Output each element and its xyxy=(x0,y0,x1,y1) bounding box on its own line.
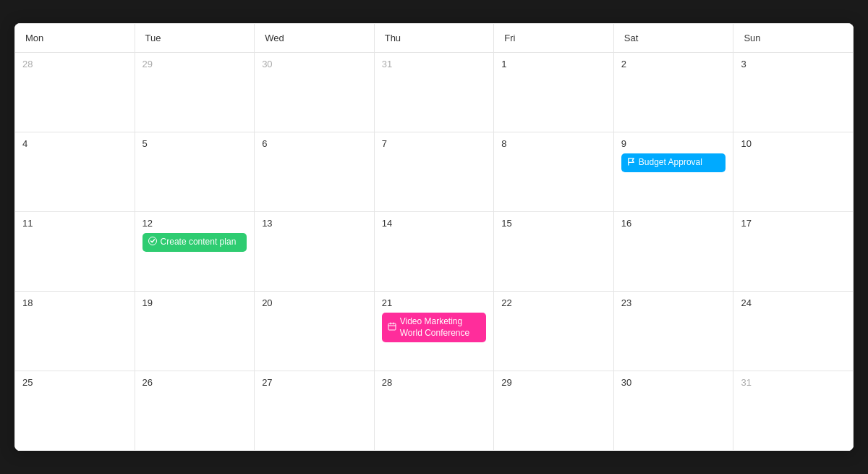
day-cell[interactable]: 24 xyxy=(733,292,854,371)
day-header-thu: Thu xyxy=(375,24,495,53)
day-number: 5 xyxy=(142,138,247,149)
day-number: 8 xyxy=(501,138,606,149)
day-number: 11 xyxy=(22,218,127,229)
day-cell[interactable]: 19 xyxy=(135,292,255,371)
day-cell[interactable]: 2 xyxy=(614,53,734,132)
event-label: Video Marketing World Conference xyxy=(400,316,481,339)
day-number: 13 xyxy=(262,218,367,229)
day-number: 21 xyxy=(382,297,487,308)
day-cell[interactable]: 1 xyxy=(494,53,614,132)
check-icon xyxy=(148,237,157,247)
day-number: 9 xyxy=(621,138,726,149)
day-number: 29 xyxy=(142,59,247,69)
day-cell[interactable]: 28 xyxy=(15,53,135,132)
calendar-container: MonTueWedThuFriSatSun28293031123456789Bu… xyxy=(14,23,854,451)
day-cell[interactable]: 16 xyxy=(614,212,734,292)
day-number: 12 xyxy=(142,218,247,229)
day-cell[interactable]: 31 xyxy=(733,371,854,451)
day-number: 1 xyxy=(501,59,606,69)
day-cell[interactable]: 29 xyxy=(494,371,614,451)
event-label: Create content plan xyxy=(161,237,237,248)
calendar-event[interactable]: Video Marketing World Conference xyxy=(382,313,487,342)
day-number: 7 xyxy=(382,138,487,149)
calendar-event[interactable]: Create content plan xyxy=(142,233,247,252)
day-header-tue: Tue xyxy=(135,24,255,53)
day-cell[interactable]: 10 xyxy=(733,132,854,212)
day-cell[interactable]: 3 xyxy=(733,53,854,132)
day-cell[interactable]: 14 xyxy=(375,212,495,292)
day-number: 16 xyxy=(621,218,726,229)
day-cell[interactable]: 11 xyxy=(15,212,135,292)
day-cell[interactable]: 21Video Marketing World Conference xyxy=(375,292,495,371)
svg-rect-1 xyxy=(388,323,396,330)
day-number: 27 xyxy=(262,377,367,388)
day-cell[interactable]: 26 xyxy=(135,371,255,451)
day-number: 3 xyxy=(741,59,846,69)
day-cell[interactable]: 30 xyxy=(255,53,375,132)
day-number: 18 xyxy=(22,297,127,308)
day-cell[interactable]: 28 xyxy=(375,371,495,451)
day-header-sat: Sat xyxy=(614,24,734,53)
day-cell[interactable]: 9Budget Approval xyxy=(614,132,734,212)
day-number: 31 xyxy=(382,59,487,69)
day-number: 28 xyxy=(22,59,127,69)
calendar-icon xyxy=(388,322,396,333)
day-cell[interactable]: 15 xyxy=(494,212,614,292)
event-label: Budget Approval xyxy=(639,157,702,169)
day-number: 2 xyxy=(621,59,726,69)
day-number: 10 xyxy=(741,138,846,149)
day-cell[interactable]: 12Create content plan xyxy=(135,212,255,292)
day-cell[interactable]: 22 xyxy=(494,292,614,371)
day-cell[interactable]: 25 xyxy=(15,371,135,451)
calendar-event[interactable]: Budget Approval xyxy=(621,153,726,172)
day-number: 24 xyxy=(741,297,846,308)
flag-icon xyxy=(627,158,635,168)
day-cell[interactable]: 23 xyxy=(614,292,734,371)
day-cell[interactable]: 6 xyxy=(255,132,375,212)
day-number: 6 xyxy=(262,138,367,149)
day-cell[interactable]: 30 xyxy=(614,371,734,451)
day-number: 14 xyxy=(382,218,487,229)
day-number: 31 xyxy=(741,377,846,388)
day-number: 17 xyxy=(741,218,846,229)
day-cell[interactable]: 5 xyxy=(135,132,255,212)
day-number: 30 xyxy=(262,59,367,69)
day-number: 15 xyxy=(501,218,606,229)
day-cell[interactable]: 8 xyxy=(494,132,614,212)
day-number: 20 xyxy=(262,297,367,308)
day-number: 19 xyxy=(142,297,247,308)
day-header-fri: Fri xyxy=(494,24,614,53)
day-cell[interactable]: 13 xyxy=(255,212,375,292)
day-number: 4 xyxy=(22,138,127,149)
day-cell[interactable]: 31 xyxy=(375,53,495,132)
day-cell[interactable]: 17 xyxy=(733,212,854,292)
calendar-grid: MonTueWedThuFriSatSun28293031123456789Bu… xyxy=(14,23,854,451)
day-cell[interactable]: 29 xyxy=(135,53,255,132)
day-number: 26 xyxy=(142,377,247,388)
day-number: 29 xyxy=(501,377,606,388)
day-number: 28 xyxy=(382,377,487,388)
day-number: 22 xyxy=(501,297,606,308)
day-number: 25 xyxy=(22,377,127,388)
day-number: 23 xyxy=(621,297,726,308)
day-cell[interactable]: 18 xyxy=(15,292,135,371)
day-header-mon: Mon xyxy=(15,24,135,53)
day-header-wed: Wed xyxy=(255,24,375,53)
day-header-sun: Sun xyxy=(733,24,854,53)
day-cell[interactable]: 4 xyxy=(15,132,135,212)
day-cell[interactable]: 7 xyxy=(375,132,495,212)
day-number: 30 xyxy=(621,377,726,388)
day-cell[interactable]: 27 xyxy=(255,371,375,451)
day-cell[interactable]: 20 xyxy=(255,292,375,371)
